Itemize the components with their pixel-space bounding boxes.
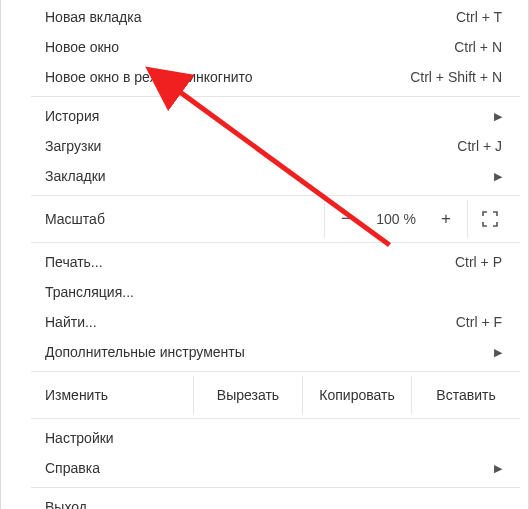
menu-item-label: Выход [45, 499, 87, 509]
menu-item-new-tab[interactable]: Новая вкладка Ctrl + T [31, 2, 520, 32]
menu-divider [31, 96, 520, 97]
menu-item-downloads[interactable]: Загрузки Ctrl + J [31, 131, 520, 161]
zoom-value: 100 % [367, 200, 425, 238]
browser-main-menu: Новая вкладка Ctrl + T Новое окно Ctrl +… [0, 0, 529, 509]
menu-divider [31, 242, 520, 243]
menu-item-shortcut: Ctrl + J [457, 138, 502, 154]
menu-item-label: Масштаб [45, 211, 105, 227]
menu-item-shortcut: Ctrl + Shift + N [410, 69, 502, 85]
menu-item-shortcut: Ctrl + F [456, 314, 502, 330]
edit-cut-button[interactable]: Вырезать [193, 376, 302, 414]
menu-item-label: Новое окно [45, 39, 119, 55]
menu-item-label: Новая вкладка [45, 9, 142, 25]
fullscreen-icon [482, 211, 498, 227]
chevron-right-icon: ▶ [494, 170, 502, 183]
menu-item-incognito[interactable]: Новое окно в режиме инкогнито Ctrl + Shi… [31, 62, 520, 92]
menu-item-label: Загрузки [45, 138, 101, 154]
menu-divider [31, 418, 520, 419]
menu-item-more-tools[interactable]: Дополнительные инструменты ▶ [31, 337, 520, 367]
menu-item-exit[interactable]: Выход [31, 492, 520, 509]
menu-item-cast[interactable]: Трансляция... [31, 277, 520, 307]
edit-copy-button[interactable]: Копировать [302, 376, 411, 414]
menu-divider [31, 371, 520, 372]
menu-item-label: Трансляция... [45, 284, 134, 300]
fullscreen-button[interactable] [468, 200, 512, 238]
menu-item-print[interactable]: Печать... Ctrl + P [31, 247, 520, 277]
chevron-right-icon: ▶ [494, 346, 502, 359]
menu-item-settings[interactable]: Настройки [31, 423, 520, 453]
menu-item-shortcut: Ctrl + N [454, 39, 502, 55]
menu-item-zoom: Масштаб − 100 % + [31, 200, 520, 238]
menu-item-label: Печать... [45, 254, 103, 270]
zoom-out-button[interactable]: − [325, 200, 367, 238]
menu-item-shortcut: Ctrl + P [455, 254, 502, 270]
chevron-right-icon: ▶ [494, 110, 502, 123]
menu-item-label: Новое окно в режиме инкогнито [45, 69, 253, 85]
menu-divider [31, 195, 520, 196]
menu-item-help[interactable]: Справка ▶ [31, 453, 520, 483]
menu-item-label: Изменить [45, 376, 108, 414]
menu-item-label: Дополнительные инструменты [45, 344, 245, 360]
menu-item-edit: Изменить Вырезать Копировать Вставить [31, 376, 520, 414]
chevron-right-icon: ▶ [494, 462, 502, 475]
menu-item-new-window[interactable]: Новое окно Ctrl + N [31, 32, 520, 62]
menu-item-history[interactable]: История ▶ [31, 101, 520, 131]
menu-item-find[interactable]: Найти... Ctrl + F [31, 307, 520, 337]
edit-paste-button[interactable]: Вставить [411, 376, 520, 414]
menu-item-label: История [45, 108, 99, 124]
zoom-in-button[interactable]: + [425, 200, 467, 238]
menu-item-label: Справка [45, 460, 100, 476]
menu-item-label: Настройки [45, 430, 114, 446]
menu-item-bookmarks[interactable]: Закладки ▶ [31, 161, 520, 191]
menu-divider [31, 487, 520, 488]
menu-item-shortcut: Ctrl + T [456, 9, 502, 25]
menu-item-label: Закладки [45, 168, 106, 184]
menu-item-label: Найти... [45, 314, 97, 330]
